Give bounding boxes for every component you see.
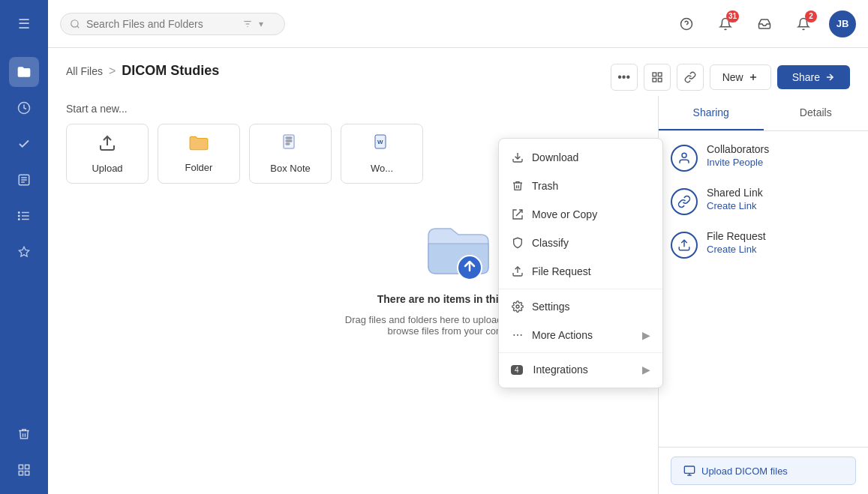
tab-sharing[interactable]: Sharing [659,96,764,130]
alerts-button[interactable]: 2 [790,10,817,37]
inbox-button[interactable] [751,10,778,37]
sidebar-item-files[interactable] [9,57,39,87]
svg-rect-34 [286,143,290,145]
notifications-badge: 31 [726,10,739,22]
more-actions-icon [511,328,524,342]
panel-tabs: Sharing Details [659,96,868,131]
settings-icon [511,300,524,313]
new-item-folder[interactable]: Folder [158,124,240,184]
menu-file-request-label: File Request [532,265,591,277]
more-actions-arrow: ▶ [642,329,650,341]
user-avatar[interactable]: JB [829,10,856,37]
search-bar[interactable]: ▾ [60,13,285,35]
collaborators-content: Collaborators Invite People [707,143,856,169]
grid-view-icon [651,71,663,83]
panel-content: Collaborators Invite People Shared Link … [659,131,868,447]
view-toggle-button[interactable] [644,64,671,91]
menu-item-integrations[interactable]: 4 Integrations ▶ [499,356,662,383]
collaborators-invite-link[interactable]: Invite People [707,157,763,168]
menu-download-label: Download [532,151,578,163]
empty-desc-prefix: Drag files and folders here to upload, o… [345,314,519,325]
upload-dicom-icon [683,465,695,477]
breadcrumb-current: DICOM Studies [122,63,219,79]
file-request-content: File Request Create Link [707,230,856,256]
svg-rect-14 [19,472,23,475]
svg-marker-11 [19,247,29,256]
svg-rect-26 [658,78,662,82]
classify-icon [511,236,524,250]
panel-footer: Upload DICOM files [659,447,868,494]
alerts-badge: 2 [805,10,817,22]
word-icon: W [374,134,390,157]
svg-point-16 [71,19,78,26]
menu-divider-2 [499,352,662,353]
menu-item-more-actions[interactable]: More Actions ▶ [499,321,662,349]
help-icon [680,17,693,31]
more-options-button[interactable]: ••• [611,64,638,91]
menu-settings-label: Settings [532,301,570,313]
tab-details[interactable]: Details [764,96,869,130]
menu-item-move-copy[interactable]: Move or Copy [499,200,662,229]
menu-item-download[interactable]: Download [499,143,662,172]
svg-point-10 [19,219,20,220]
search-input[interactable] [86,18,236,30]
empty-illustration [421,214,496,284]
panel-collaborators-section: Collaborators Invite People [671,143,856,172]
svg-point-41 [513,334,515,336]
integrations-arrow: ▶ [642,364,650,376]
file-request-create-link[interactable]: Create Link [707,244,756,255]
menu-item-trash[interactable]: Trash [499,172,662,200]
sidebar: ☰ [0,0,48,494]
shared-link-title: Shared Link [707,187,856,199]
integrations-badge: 4 [511,365,523,375]
trash-icon [511,179,524,193]
new-item-word[interactable]: W Wo... [341,124,423,184]
breadcrumb-parent[interactable]: All Files [66,65,103,77]
breadcrumb-separator: > [109,64,116,78]
svg-rect-13 [26,465,29,469]
menu-item-settings[interactable]: Settings [499,292,662,321]
panel-shared-link-section: Shared Link Create Link [671,187,856,215]
sidebar-item-list[interactable] [9,201,39,231]
notifications-button[interactable]: 31 [712,10,739,37]
svg-point-8 [19,212,20,214]
filter-icon[interactable] [242,19,253,29]
main-content: ▾ 31 2 JB All [48,0,868,494]
menu-more-actions-label: More Actions [532,329,593,341]
move-copy-icon [511,208,524,221]
sidebar-item-grid[interactable] [9,455,39,485]
svg-rect-12 [19,465,23,469]
link-button[interactable] [677,64,704,91]
download-icon [511,151,524,164]
sidebar-item-tasks[interactable] [9,129,39,159]
svg-rect-23 [653,73,656,76]
menu-item-file-request[interactable]: File Request [499,257,662,286]
svg-line-17 [77,25,80,28]
new-item-box-note[interactable]: Box Note [249,124,332,184]
new-button[interactable]: New [710,64,771,90]
search-icon [70,19,80,29]
svg-rect-33 [286,140,292,142]
new-item-upload[interactable]: Upload [66,124,149,184]
upload-icon [98,134,116,157]
sidebar-item-notes[interactable] [9,165,39,195]
box-note-icon [282,134,299,157]
sidebar-item-bookmark[interactable] [9,237,39,267]
share-icon [824,72,835,82]
menu-item-classify[interactable]: Classify [499,229,662,257]
file-request-icon [511,265,524,278]
link-icon [684,71,696,83]
sidebar-item-recents[interactable] [9,93,39,123]
help-button[interactable] [673,10,700,37]
menu-classify-label: Classify [532,237,569,249]
file-request-title: File Request [707,230,856,242]
share-button[interactable]: Share [777,65,850,89]
svg-point-44 [682,153,686,157]
sidebar-item-trash[interactable] [9,419,39,449]
filter-dropdown[interactable]: ▾ [259,19,263,29]
svg-rect-46 [684,466,694,473]
sidebar-item-hamburger[interactable]: ☰ [9,9,39,39]
upload-dicom-button[interactable]: Upload DICOM files [671,457,856,485]
shared-link-create-link[interactable]: Create Link [707,200,756,211]
svg-rect-15 [26,472,29,475]
